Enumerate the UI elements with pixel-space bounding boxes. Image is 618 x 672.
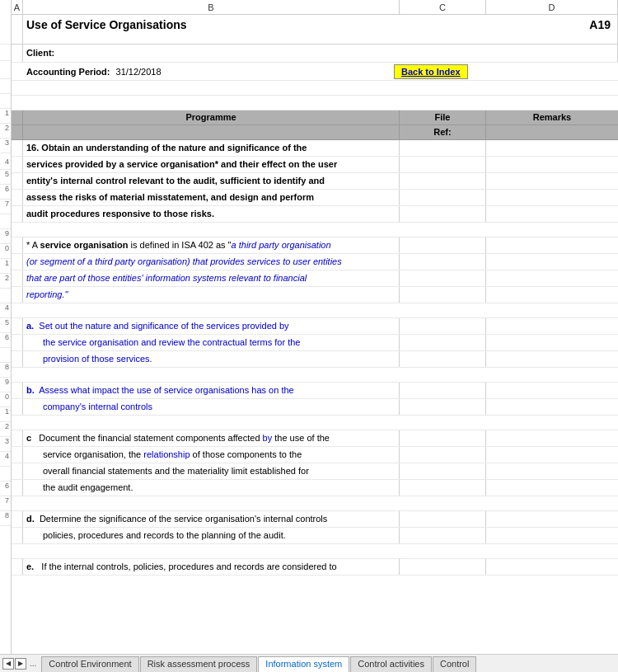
empty-row <box>12 496 618 511</box>
item-e-text1: e. If the internal controls, policies, p… <box>26 562 337 571</box>
row-num: 2 <box>0 274 11 289</box>
tab-information-system[interactable]: Information system <box>258 656 349 673</box>
row-num: 8 <box>0 363 11 378</box>
empty-row <box>12 96 618 110</box>
item-b-row2: company's internal controls <box>12 399 618 416</box>
content-row: 16. Obtain an understanding of the natur… <box>12 140 618 157</box>
item-d-text2: policies, procedures and records to the … <box>43 530 286 540</box>
tab-bar: ◀ ▶ ... Control Environment Risk assessm… <box>0 654 618 672</box>
item-c-text2: service organisation, the relationship o… <box>43 449 302 459</box>
item-a-text3: provision of those services. <box>43 354 152 364</box>
item-a-label: a. Set out the nature and significance o… <box>26 321 289 331</box>
row-number-corner <box>0 0 12 15</box>
row-num <box>0 79 11 94</box>
row-num: 2 <box>0 124 11 139</box>
period-row: Accounting Period: 31/12/2018 Back to In… <box>12 63 618 81</box>
file-ref-row: Ref: <box>12 125 618 140</box>
row-num: 3 <box>0 437 11 452</box>
item-b-text1: b. Assess what impact the use of service… <box>26 385 294 395</box>
row-num <box>0 94 11 109</box>
intro-text-line2: services provided by a service organisat… <box>26 159 337 169</box>
tab-control-activities[interactable]: Control activities <box>350 656 432 673</box>
row-num: 0 <box>0 392 11 407</box>
row-num: 9 <box>0 229 11 244</box>
row-num <box>0 289 11 303</box>
content-row: assess the risks of material misstatemen… <box>12 190 618 206</box>
tab-control[interactable]: Control <box>433 656 476 673</box>
content-row: services provided by a service organisat… <box>12 157 618 173</box>
row-num: 6 <box>0 482 11 496</box>
empty-row <box>12 303 618 318</box>
footnote-row: that are part of those entities' informa… <box>12 270 618 287</box>
item-a-row2: the service organisation and review the … <box>12 335 618 351</box>
content-row: entity's internal control relevant to th… <box>12 173 618 190</box>
footnote-line1: * A service organisation is defined in I… <box>26 240 331 250</box>
row-num: 8 <box>0 511 11 526</box>
footnote-line4: reporting." <box>26 289 68 299</box>
row-num: 4 <box>0 452 11 467</box>
item-b-row: b. Assess what impact the use of service… <box>12 383 618 399</box>
row-num: 3 <box>0 139 11 153</box>
page-code: A19 <box>589 18 611 31</box>
col-header-b: B <box>23 0 400 15</box>
empty-row <box>12 544 618 559</box>
row-num: 5 <box>0 318 11 333</box>
tab-dots: ... <box>27 659 39 668</box>
footnote-line3: that are part of those entities' informa… <box>26 273 307 283</box>
tab-control-environment[interactable]: Control Environment <box>41 656 138 673</box>
tab-nav: ◀ ▶ ... <box>0 658 41 670</box>
period-value: 31/12/2018 <box>116 67 162 77</box>
client-row: Client: <box>12 45 618 63</box>
item-e-row: e. If the internal controls, policies, p… <box>12 559 618 576</box>
row-num <box>0 61 11 79</box>
item-c-text1: c Document the financial statement compo… <box>26 433 330 443</box>
col-remarks-header: Remarks <box>486 110 618 125</box>
item-d-row2: policies, procedures and records to the … <box>12 528 618 544</box>
footnote-row: reporting." <box>12 287 618 303</box>
tab-risk-assessment[interactable]: Risk assessment process <box>140 656 258 673</box>
item-d-row: d. Determine the significance of the ser… <box>12 511 618 528</box>
col-header-d: D <box>486 0 618 15</box>
tab-next-button[interactable]: ▶ <box>15 658 26 670</box>
row-num <box>0 45 11 61</box>
row-num: 4 <box>0 303 11 318</box>
row-num <box>0 214 11 229</box>
page-title: Use of Service Organisations <box>26 18 187 31</box>
col-header-a: A <box>12 0 23 15</box>
intro-text-line3: entity's internal control relevant to th… <box>26 176 325 186</box>
item-a-text2: the service organisation and review the … <box>43 337 300 347</box>
table-header: Programme File Remarks <box>12 110 618 125</box>
row-num: 2 <box>0 422 11 437</box>
tabs-list: Control Environment Risk assessment proc… <box>41 655 476 673</box>
content-row: audit procedures responsive to those ris… <box>12 206 618 223</box>
back-to-index-button[interactable]: Back to Index <box>394 64 468 79</box>
col-programme-header: Programme <box>23 110 400 125</box>
client-label: Client: <box>26 48 54 58</box>
empty-row <box>12 416 618 430</box>
footnote-row: (or segment of a third party organisatio… <box>12 254 618 270</box>
row-num: 1 <box>0 259 11 274</box>
intro-text-line1: 16. Obtain an understanding of the natur… <box>26 143 307 153</box>
empty-row <box>12 81 618 96</box>
file-ref-label: Ref: <box>400 125 486 139</box>
row-num: 1 <box>0 407 11 422</box>
row-num: 0 <box>0 244 11 259</box>
row-num: 7 <box>0 200 11 214</box>
item-a-row3: provision of those services. <box>12 351 618 368</box>
row-num <box>0 467 11 482</box>
item-c-row3: overall financial statements and the mat… <box>12 463 618 480</box>
row-num: 1 <box>0 109 11 124</box>
tab-prev-button[interactable]: ◀ <box>2 658 14 670</box>
col-file-header: File <box>400 110 486 125</box>
intro-text-line4: assess the risks of material misstatemen… <box>26 192 314 202</box>
title-row: Use of Service Organisations A19 <box>12 15 618 45</box>
row-num: 6 <box>0 185 11 200</box>
empty-row <box>12 368 618 383</box>
row-num <box>0 348 11 363</box>
item-b-text2: company's internal controls <box>43 402 152 411</box>
empty-row <box>12 223 618 237</box>
item-c-row4: the audit engagement. <box>12 480 618 496</box>
row-num: 4 <box>0 153 11 170</box>
footnote-row: * A service organisation is defined in I… <box>12 237 618 254</box>
item-d-text1: d. Determine the significance of the ser… <box>26 514 327 524</box>
